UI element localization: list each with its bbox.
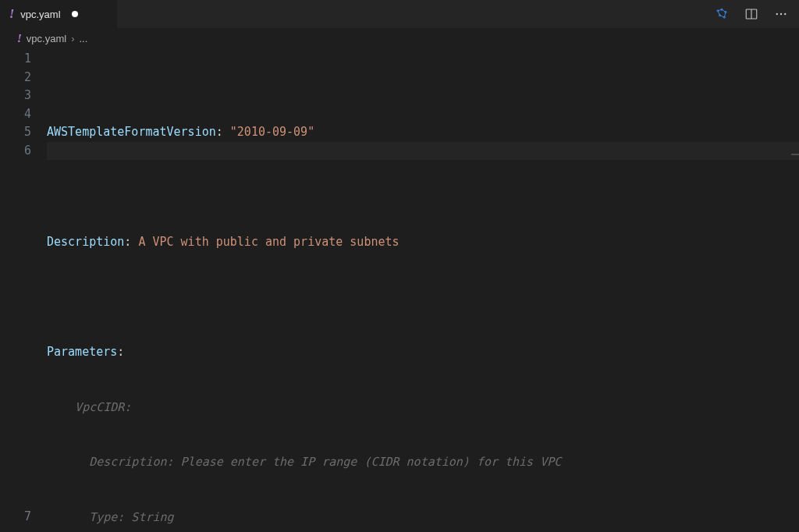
more-actions-icon[interactable]	[772, 5, 790, 23]
tab-filename: vpc.yaml	[20, 9, 60, 20]
code-line: AWSTemplateFormatVersion: "2010-09-09"	[47, 123, 799, 142]
line-number: 7	[0, 508, 31, 527]
line-number: 6	[0, 142, 31, 161]
yaml-file-icon: !	[9, 7, 14, 21]
yaml-file-icon: !	[17, 32, 22, 45]
tab-vpc-yaml[interactable]: ! vpc.yaml	[0, 0, 117, 28]
unsaved-indicator-icon	[72, 11, 78, 17]
code-line	[47, 179, 799, 197]
suggestion-text: Description: Please enter the IP range (…	[47, 453, 799, 472]
split-editor-icon[interactable]	[743, 5, 760, 23]
breadcrumb-tail: ...	[79, 33, 87, 44]
svg-point-9	[784, 13, 786, 15]
code-line: VpcCIDR:	[47, 399, 799, 417]
line-number: 3	[0, 87, 31, 105]
svg-point-8	[780, 13, 782, 15]
line-number: 1	[0, 50, 31, 69]
line-number: 2	[0, 69, 31, 87]
breadcrumb[interactable]: ! vpc.yaml › ...	[0, 28, 799, 48]
code-line: Description: A VPC with public and priva…	[47, 233, 799, 252]
current-line-highlight	[47, 142, 799, 161]
tab-bar-actions	[713, 0, 799, 28]
line-number: 4	[0, 105, 31, 124]
code-area[interactable]: AWSTemplateFormatVersion: "2010-09-09" D…	[47, 48, 799, 532]
editor[interactable]: 1 2 3 4 5 6 7 AWSTemplateFormatVersion: …	[0, 48, 799, 532]
code-line: Parameters:	[47, 343, 799, 362]
line-number: 5	[0, 123, 31, 142]
tab-bar: ! vpc.yaml	[0, 0, 799, 28]
overview-ruler-mark	[791, 154, 799, 155]
breadcrumb-file: vpc.yaml	[27, 33, 66, 44]
svg-point-7	[776, 13, 778, 15]
suggestion-text: Type: String	[47, 509, 799, 527]
codewhisperer-icon[interactable]	[713, 5, 730, 23]
chevron-right-icon: ›	[71, 33, 74, 44]
code-line	[47, 289, 799, 307]
suggestion-text: VpcCIDR:	[47, 400, 131, 414]
line-number-gutter: 1 2 3 4 5 6 7	[0, 48, 47, 532]
